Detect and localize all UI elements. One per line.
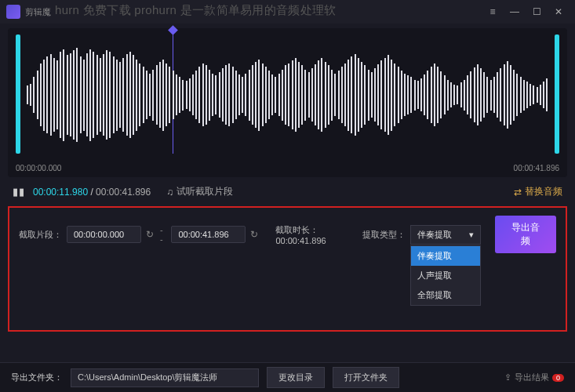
current-time: 00:00:11.980	[33, 187, 88, 198]
export-results-button[interactable]: ⇪ 导出结果 0	[504, 372, 564, 383]
play-pause-button[interactable]: ▮▮	[13, 186, 25, 198]
params-panel: 截取片段： ↻ -- ↻ 截取时长：00:00:41.896 提取类型： 伴奏提…	[8, 206, 567, 332]
extract-option-accompaniment[interactable]: 伴奏提取	[411, 246, 480, 266]
total-time: 00:00:41.896	[96, 187, 151, 198]
replace-audio-button[interactable]: ⇄ 替换音频	[514, 185, 562, 198]
reset-end-icon[interactable]: ↻	[250, 229, 258, 240]
watermark-text: hurn 免费下载 prohurn 是一款简单易用的音频处理软	[55, 3, 337, 18]
upload-icon: ⇪	[504, 372, 511, 383]
results-count-badge: 0	[552, 374, 564, 382]
export-audio-button[interactable]: 导出音频	[495, 216, 556, 253]
duration-label: 截取时长：	[275, 225, 318, 234]
headphones-icon: ♫	[166, 187, 173, 198]
app-title: 剪辑魔	[25, 6, 51, 18]
minimize-button[interactable]: —	[504, 4, 525, 20]
clip-label: 截取片段：	[19, 229, 62, 241]
output-folder-label: 导出文件夹：	[11, 372, 63, 383]
swap-icon: ⇄	[514, 187, 522, 198]
extract-type-dropdown[interactable]: 伴奏提取 ▾	[410, 225, 481, 245]
extract-option-all[interactable]: 全部提取	[411, 285, 480, 305]
selection-handle-left[interactable]	[16, 34, 20, 154]
close-button[interactable]: ✕	[548, 4, 569, 20]
clip-end-input[interactable]	[171, 226, 246, 243]
duration-value: 00:00:41.896	[275, 236, 326, 245]
waveform-end-time: 00:00:41.896	[514, 164, 559, 172]
waveform-display	[24, 44, 551, 146]
output-folder-input[interactable]	[71, 368, 259, 387]
preview-clip-button[interactable]: ♫ 试听截取片段	[166, 185, 233, 198]
range-dash: --	[160, 225, 165, 244]
selection-handle-right[interactable]	[555, 34, 559, 154]
open-folder-button[interactable]: 打开文件夹	[333, 367, 399, 388]
waveform-start-time: 00:00:00.000	[16, 164, 61, 172]
settings-icon[interactable]: ≡	[482, 4, 503, 20]
time-separator: /	[90, 187, 93, 198]
change-directory-button[interactable]: 更改目录	[267, 367, 325, 388]
reset-start-icon[interactable]: ↻	[146, 229, 154, 240]
clip-start-input[interactable]	[67, 226, 141, 243]
extract-option-vocal[interactable]: 人声提取	[411, 266, 480, 285]
app-icon	[6, 5, 20, 19]
maximize-button[interactable]: ☐	[526, 4, 547, 20]
chevron-down-icon: ▾	[469, 230, 474, 240]
waveform-panel[interactable]: 00:00:00.000 00:00:41.896	[8, 28, 567, 177]
extract-type-label: 提取类型：	[362, 229, 406, 241]
extract-dropdown-list: 伴奏提取 人声提取 全部提取	[410, 245, 481, 306]
